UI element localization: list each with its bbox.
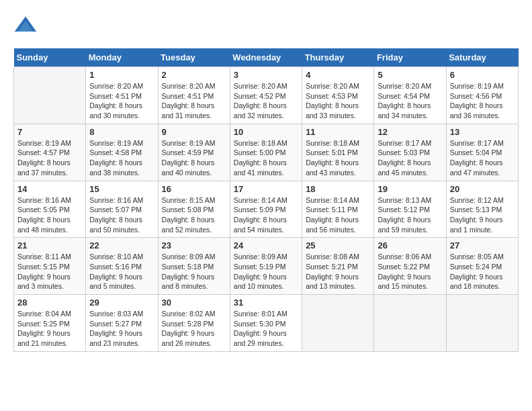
daylight-info: Daylight: 8 hours and 45 minutes. bbox=[378, 158, 442, 177]
calendar-cell: 27 Sunrise: 8:05 AM Sunset: 5:24 PM Dayl… bbox=[446, 238, 518, 295]
sunrise-info: Sunrise: 8:04 AM bbox=[17, 309, 82, 319]
sunrise-info: Sunrise: 8:08 AM bbox=[306, 252, 370, 262]
calendar-cell: 28 Sunrise: 8:04 AM Sunset: 5:25 PM Dayl… bbox=[14, 295, 86, 352]
day-number: 31 bbox=[234, 298, 298, 308]
calendar-cell: 24 Sunrise: 8:09 AM Sunset: 5:19 PM Dayl… bbox=[230, 238, 302, 295]
day-number: 13 bbox=[450, 127, 515, 137]
calendar-cell: 22 Sunrise: 8:10 AM Sunset: 5:16 PM Dayl… bbox=[86, 238, 158, 295]
day-number: 18 bbox=[306, 184, 370, 194]
calendar-cell: 12 Sunrise: 8:17 AM Sunset: 5:03 PM Dayl… bbox=[374, 124, 446, 181]
day-number: 4 bbox=[306, 70, 370, 80]
sunrise-info: Sunrise: 8:01 AM bbox=[234, 309, 298, 319]
sunset-info: Sunset: 5:22 PM bbox=[378, 262, 442, 272]
day-info: Sunrise: 8:18 AM Sunset: 5:01 PM Dayligh… bbox=[306, 138, 370, 178]
day-info: Sunrise: 8:19 AM Sunset: 4:56 PM Dayligh… bbox=[450, 81, 515, 121]
sunrise-info: Sunrise: 8:18 AM bbox=[234, 138, 298, 148]
day-number: 8 bbox=[89, 127, 154, 137]
day-number: 16 bbox=[162, 184, 226, 194]
sunrise-info: Sunrise: 8:19 AM bbox=[450, 81, 515, 91]
daylight-info: Daylight: 9 hours and 21 minutes. bbox=[17, 328, 82, 348]
calendar-cell: 10 Sunrise: 8:18 AM Sunset: 5:00 PM Dayl… bbox=[230, 124, 302, 181]
daylight-info: Daylight: 8 hours and 50 minutes. bbox=[89, 215, 154, 234]
sunset-info: Sunset: 5:19 PM bbox=[234, 262, 298, 272]
sunset-info: Sunset: 5:18 PM bbox=[162, 262, 226, 272]
calendar-cell: 9 Sunrise: 8:19 AM Sunset: 4:59 PM Dayli… bbox=[158, 124, 230, 181]
daylight-info: Daylight: 8 hours and 54 minutes. bbox=[234, 215, 298, 234]
day-number: 14 bbox=[17, 184, 82, 194]
daylight-info: Daylight: 9 hours and 26 minutes. bbox=[162, 328, 226, 348]
sunrise-info: Sunrise: 8:10 AM bbox=[89, 252, 154, 262]
sunrise-info: Sunrise: 8:09 AM bbox=[162, 252, 226, 262]
day-number: 26 bbox=[378, 240, 442, 250]
calendar-cell: 14 Sunrise: 8:16 AM Sunset: 5:05 PM Dayl… bbox=[14, 181, 86, 238]
calendar-cell bbox=[302, 295, 374, 352]
calendar-header-row: SundayMondayTuesdayWednesdayThursdayFrid… bbox=[14, 48, 519, 67]
header-sunday: Sunday bbox=[14, 48, 86, 67]
daylight-info: Daylight: 8 hours and 59 minutes. bbox=[378, 215, 442, 234]
calendar-cell: 17 Sunrise: 8:14 AM Sunset: 5:09 PM Dayl… bbox=[230, 181, 302, 238]
logo bbox=[13, 13, 42, 38]
daylight-info: Daylight: 8 hours and 30 minutes. bbox=[89, 101, 154, 120]
calendar-cell bbox=[374, 295, 446, 352]
daylight-info: Daylight: 9 hours and 1 minute. bbox=[450, 215, 515, 234]
day-info: Sunrise: 8:09 AM Sunset: 5:19 PM Dayligh… bbox=[234, 252, 298, 291]
header-wednesday: Wednesday bbox=[230, 48, 302, 67]
day-info: Sunrise: 8:19 AM Sunset: 4:58 PM Dayligh… bbox=[89, 138, 154, 178]
day-number: 9 bbox=[162, 127, 226, 137]
day-info: Sunrise: 8:06 AM Sunset: 5:22 PM Dayligh… bbox=[378, 252, 442, 291]
sunrise-info: Sunrise: 8:03 AM bbox=[89, 309, 154, 319]
sunrise-info: Sunrise: 8:19 AM bbox=[89, 138, 154, 148]
calendar-week-5: 28 Sunrise: 8:04 AM Sunset: 5:25 PM Dayl… bbox=[14, 295, 519, 352]
day-info: Sunrise: 8:03 AM Sunset: 5:27 PM Dayligh… bbox=[89, 309, 154, 349]
calendar-cell: 4 Sunrise: 8:20 AM Sunset: 4:53 PM Dayli… bbox=[302, 67, 374, 124]
sunrise-info: Sunrise: 8:05 AM bbox=[450, 252, 515, 262]
day-info: Sunrise: 8:04 AM Sunset: 5:25 PM Dayligh… bbox=[17, 309, 82, 349]
sunrise-info: Sunrise: 8:09 AM bbox=[234, 252, 298, 262]
header-thursday: Thursday bbox=[302, 48, 374, 67]
sunset-info: Sunset: 4:53 PM bbox=[306, 91, 370, 101]
calendar-cell: 2 Sunrise: 8:20 AM Sunset: 4:51 PM Dayli… bbox=[158, 67, 230, 124]
calendar-cell: 1 Sunrise: 8:20 AM Sunset: 4:51 PM Dayli… bbox=[86, 67, 158, 124]
header-tuesday: Tuesday bbox=[158, 48, 230, 67]
sunset-info: Sunset: 5:30 PM bbox=[234, 319, 298, 329]
day-number: 28 bbox=[17, 298, 82, 308]
sunrise-info: Sunrise: 8:16 AM bbox=[17, 195, 82, 205]
day-info: Sunrise: 8:11 AM Sunset: 5:15 PM Dayligh… bbox=[17, 252, 82, 291]
calendar-cell: 30 Sunrise: 8:02 AM Sunset: 5:28 PM Dayl… bbox=[158, 295, 230, 352]
day-info: Sunrise: 8:10 AM Sunset: 5:16 PM Dayligh… bbox=[89, 252, 154, 291]
day-info: Sunrise: 8:13 AM Sunset: 5:12 PM Dayligh… bbox=[378, 195, 442, 235]
daylight-info: Daylight: 9 hours and 18 minutes. bbox=[450, 272, 515, 291]
daylight-info: Daylight: 8 hours and 31 minutes. bbox=[162, 101, 226, 120]
day-info: Sunrise: 8:19 AM Sunset: 4:57 PM Dayligh… bbox=[17, 138, 82, 178]
daylight-info: Daylight: 9 hours and 13 minutes. bbox=[306, 272, 370, 291]
sunset-info: Sunset: 5:03 PM bbox=[378, 148, 442, 158]
day-number: 30 bbox=[162, 298, 226, 308]
daylight-info: Daylight: 8 hours and 32 minutes. bbox=[234, 101, 298, 120]
sunset-info: Sunset: 4:54 PM bbox=[378, 91, 442, 101]
sunset-info: Sunset: 5:05 PM bbox=[17, 205, 82, 215]
calendar-cell: 7 Sunrise: 8:19 AM Sunset: 4:57 PM Dayli… bbox=[14, 124, 86, 181]
daylight-info: Daylight: 9 hours and 15 minutes. bbox=[378, 272, 442, 291]
calendar-cell: 18 Sunrise: 8:14 AM Sunset: 5:11 PM Dayl… bbox=[302, 181, 374, 238]
header-saturday: Saturday bbox=[446, 48, 518, 67]
day-info: Sunrise: 8:17 AM Sunset: 5:04 PM Dayligh… bbox=[450, 138, 515, 178]
day-number: 24 bbox=[234, 240, 298, 250]
daylight-info: Daylight: 8 hours and 52 minutes. bbox=[162, 215, 226, 234]
sunrise-info: Sunrise: 8:17 AM bbox=[450, 138, 515, 148]
day-number: 6 bbox=[450, 70, 515, 80]
daylight-info: Daylight: 8 hours and 41 minutes. bbox=[234, 158, 298, 177]
sunrise-info: Sunrise: 8:11 AM bbox=[17, 252, 82, 262]
calendar-cell: 16 Sunrise: 8:15 AM Sunset: 5:08 PM Dayl… bbox=[158, 181, 230, 238]
sunset-info: Sunset: 5:27 PM bbox=[89, 319, 154, 329]
daylight-info: Daylight: 8 hours and 38 minutes. bbox=[89, 158, 154, 177]
calendar-cell: 11 Sunrise: 8:18 AM Sunset: 5:01 PM Dayl… bbox=[302, 124, 374, 181]
daylight-info: Daylight: 9 hours and 3 minutes. bbox=[17, 272, 82, 291]
calendar-cell: 6 Sunrise: 8:19 AM Sunset: 4:56 PM Dayli… bbox=[446, 67, 518, 124]
sunset-info: Sunset: 4:57 PM bbox=[17, 148, 82, 158]
daylight-info: Daylight: 9 hours and 8 minutes. bbox=[162, 272, 226, 291]
sunset-info: Sunset: 5:24 PM bbox=[450, 262, 515, 272]
sunset-info: Sunset: 5:16 PM bbox=[89, 262, 154, 272]
sunset-info: Sunset: 4:51 PM bbox=[89, 91, 154, 101]
sunset-info: Sunset: 5:07 PM bbox=[89, 205, 154, 215]
day-info: Sunrise: 8:12 AM Sunset: 5:13 PM Dayligh… bbox=[450, 195, 515, 235]
